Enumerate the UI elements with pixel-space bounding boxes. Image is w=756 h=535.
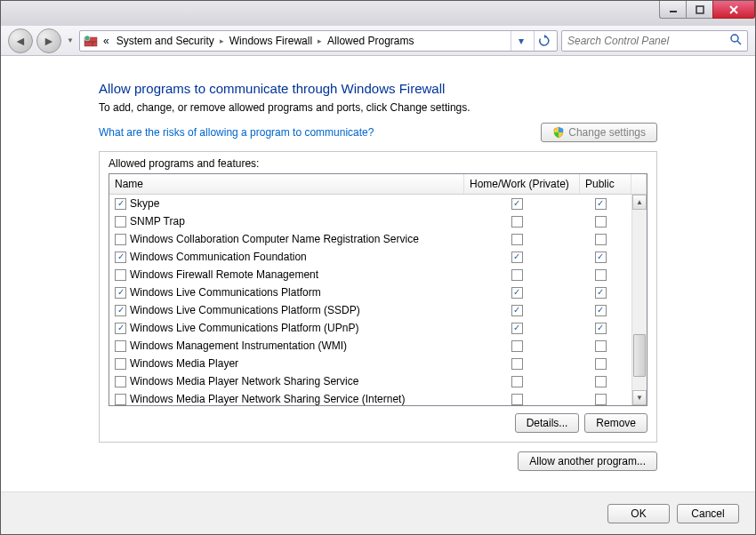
navbar: ◄ ► ▼ « System and Security ▸ Windows Fi… [1, 26, 755, 56]
program-name: Windows Live Communications Platform (SS… [130, 302, 360, 318]
table-row[interactable]: Windows Collaboration Computer Name Regi… [109, 230, 631, 248]
maximize-button[interactable] [686, 1, 712, 19]
svg-point-8 [84, 36, 90, 41]
ok-button[interactable]: OK [607, 504, 670, 523]
change-settings-label: Change settings [568, 126, 646, 139]
checkbox[interactable]: ✓ [115, 287, 126, 299]
checkbox[interactable] [115, 216, 126, 228]
change-settings-button[interactable]: Change settings [541, 123, 657, 142]
table-row[interactable]: ✓Windows Live Communications Platform✓✓ [109, 283, 631, 301]
checkbox[interactable]: ✓ [511, 305, 523, 316]
footer: OK Cancel [1, 491, 755, 534]
checkbox[interactable]: ✓ [595, 252, 607, 263]
close-button[interactable] [712, 1, 755, 19]
nav-back-button[interactable]: ◄ [8, 28, 33, 53]
program-name: Windows Media Player [130, 355, 238, 371]
address-bar[interactable]: « System and Security ▸ Windows Firewall… [79, 30, 558, 52]
scroll-track[interactable] [632, 210, 647, 390]
checkbox[interactable]: ✓ [595, 198, 607, 210]
table-row[interactable]: SNMP Trap [109, 212, 631, 230]
scroll-down-button[interactable]: ▼ [632, 390, 647, 405]
checkbox[interactable] [595, 358, 607, 370]
checkbox[interactable] [115, 358, 126, 370]
breadcrumb-overflow[interactable]: « [101, 35, 111, 47]
checkbox[interactable] [511, 216, 523, 228]
search-input[interactable] [567, 35, 729, 47]
page-description: To add, change, or remove allowed progra… [99, 101, 657, 114]
column-home[interactable]: Home/Work (Private) [464, 174, 580, 194]
checkbox[interactable] [595, 216, 607, 228]
nav-forward-button[interactable]: ► [36, 28, 61, 53]
table-row[interactable]: Windows Media Player Network Sharing Ser… [109, 390, 631, 405]
refresh-button[interactable] [534, 31, 553, 51]
program-name: Windows Live Communications Platform [130, 284, 321, 300]
checkbox[interactable]: ✓ [511, 287, 523, 299]
address-dropdown[interactable]: ▾ [511, 31, 530, 51]
checkbox[interactable] [511, 394, 523, 405]
checkbox[interactable]: ✓ [595, 287, 607, 299]
firewall-icon [84, 34, 98, 48]
svg-point-9 [731, 35, 738, 42]
checkbox[interactable]: ✓ [115, 305, 126, 316]
scroll-up-button[interactable]: ▲ [632, 195, 647, 210]
search-box[interactable] [561, 30, 748, 52]
checkbox[interactable] [511, 376, 523, 387]
breadcrumb-item[interactable]: Allowed Programs [326, 35, 415, 47]
table-row[interactable]: ✓Windows Live Communications Platform (U… [109, 319, 631, 337]
chevron-right-icon: ▸ [220, 36, 224, 45]
checkbox[interactable] [115, 394, 126, 405]
allowed-programs-group: Allowed programs and features: Name Home… [99, 151, 657, 443]
vertical-scrollbar[interactable]: ▲ ▼ [631, 195, 647, 405]
checkbox[interactable] [115, 269, 126, 281]
checkbox[interactable] [115, 376, 126, 387]
scroll-thumb[interactable] [633, 334, 646, 377]
table-row[interactable]: ✓Skype✓✓ [109, 195, 631, 212]
table-row[interactable]: Windows Firewall Remote Management [109, 266, 631, 283]
checkbox[interactable] [511, 340, 523, 352]
checkbox[interactable] [595, 234, 607, 245]
remove-button[interactable]: Remove [584, 413, 647, 433]
details-button[interactable]: Details... [515, 413, 580, 433]
checkbox[interactable] [595, 394, 607, 405]
checkbox[interactable]: ✓ [115, 323, 126, 334]
search-icon [729, 33, 742, 48]
program-name: Windows Collaboration Computer Name Regi… [130, 231, 419, 247]
program-name: Windows Communication Foundation [130, 249, 307, 265]
checkbox[interactable]: ✓ [511, 323, 523, 334]
checkbox[interactable]: ✓ [511, 198, 523, 210]
checkbox[interactable]: ✓ [595, 323, 607, 334]
table-row[interactable]: ✓Windows Communication Foundation✓✓ [109, 248, 631, 266]
breadcrumb-item[interactable]: Windows Firewall [228, 35, 314, 47]
program-name: Windows Firewall Remote Management [130, 267, 318, 283]
page-title: Allow programs to communicate through Wi… [99, 81, 657, 96]
checkbox[interactable] [595, 340, 607, 352]
program-name: Windows Management Instrumentation (WMI) [130, 338, 347, 354]
checkbox[interactable]: ✓ [115, 252, 126, 263]
checkbox[interactable] [511, 234, 523, 245]
cancel-button[interactable]: Cancel [677, 504, 739, 523]
allow-another-program-button[interactable]: Allow another program... [518, 451, 657, 471]
checkbox[interactable] [595, 376, 607, 387]
column-public[interactable]: Public [580, 174, 631, 194]
checkbox[interactable] [115, 234, 126, 245]
checkbox[interactable] [595, 269, 607, 281]
checkbox[interactable] [115, 340, 126, 352]
checkbox[interactable] [511, 269, 523, 281]
table-row[interactable]: Windows Media Player [109, 355, 631, 372]
program-name: Skype [130, 196, 159, 212]
content-area: Allow programs to communicate through Wi… [1, 56, 755, 491]
column-name[interactable]: Name [109, 174, 464, 194]
breadcrumb-item[interactable]: System and Security [115, 35, 216, 47]
help-link[interactable]: What are the risks of allowing a program… [99, 126, 374, 139]
checkbox[interactable]: ✓ [511, 252, 523, 263]
table-row[interactable]: Windows Management Instrumentation (WMI) [109, 337, 631, 355]
chevron-right-icon: ▸ [318, 36, 322, 45]
nav-history-dropdown[interactable]: ▼ [65, 28, 76, 53]
checkbox[interactable] [511, 358, 523, 370]
checkbox[interactable]: ✓ [595, 305, 607, 316]
program-name: SNMP Trap [130, 213, 185, 229]
checkbox[interactable]: ✓ [115, 198, 126, 210]
minimize-button[interactable] [659, 1, 686, 19]
table-row[interactable]: ✓Windows Live Communications Platform (S… [109, 301, 631, 319]
table-row[interactable]: Windows Media Player Network Sharing Ser… [109, 372, 631, 390]
